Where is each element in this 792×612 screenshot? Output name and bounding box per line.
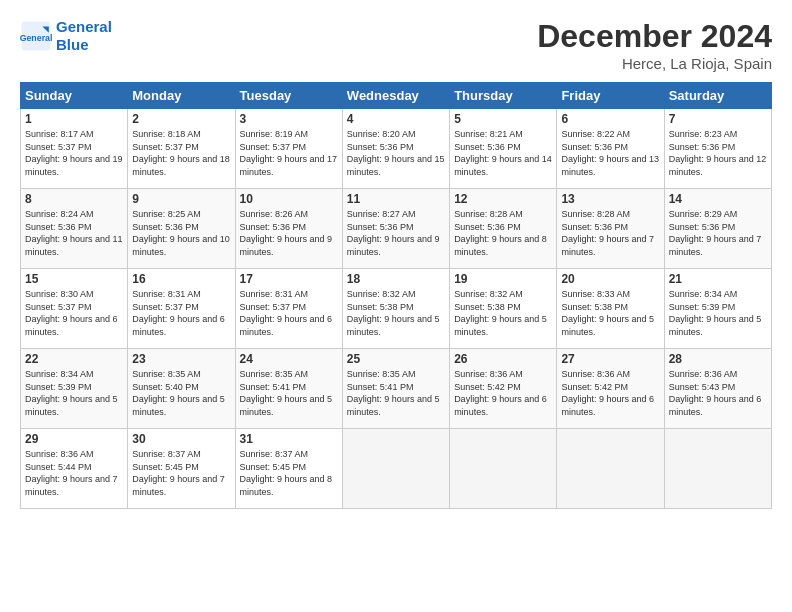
cell-content: Sunrise: 8:29 AMSunset: 5:36 PMDaylight:… [669, 209, 762, 257]
cell-content: Sunrise: 8:31 AMSunset: 5:37 PMDaylight:… [132, 289, 225, 337]
cell-content: Sunrise: 8:26 AMSunset: 5:36 PMDaylight:… [240, 209, 333, 257]
table-row: 26 Sunrise: 8:36 AMSunset: 5:42 PMDaylig… [450, 349, 557, 429]
table-row [342, 429, 449, 509]
table-row: 20 Sunrise: 8:33 AMSunset: 5:38 PMDaylig… [557, 269, 664, 349]
day-number: 23 [132, 352, 230, 366]
day-number: 21 [669, 272, 767, 286]
table-row: 21 Sunrise: 8:34 AMSunset: 5:39 PMDaylig… [664, 269, 771, 349]
day-number: 26 [454, 352, 552, 366]
table-row: 30 Sunrise: 8:37 AMSunset: 5:45 PMDaylig… [128, 429, 235, 509]
cell-content: Sunrise: 8:35 AMSunset: 5:41 PMDaylight:… [240, 369, 333, 417]
cell-content: Sunrise: 8:30 AMSunset: 5:37 PMDaylight:… [25, 289, 118, 337]
cell-content: Sunrise: 8:32 AMSunset: 5:38 PMDaylight:… [454, 289, 547, 337]
day-number: 5 [454, 112, 552, 126]
logo-icon: General [20, 20, 52, 52]
table-row: 19 Sunrise: 8:32 AMSunset: 5:38 PMDaylig… [450, 269, 557, 349]
logo: General General Blue [20, 18, 112, 54]
day-number: 20 [561, 272, 659, 286]
table-row: 6 Sunrise: 8:22 AMSunset: 5:36 PMDayligh… [557, 109, 664, 189]
day-number: 25 [347, 352, 445, 366]
table-row: 22 Sunrise: 8:34 AMSunset: 5:39 PMDaylig… [21, 349, 128, 429]
day-number: 29 [25, 432, 123, 446]
calendar-table: Sunday Monday Tuesday Wednesday Thursday… [20, 82, 772, 509]
table-row: 28 Sunrise: 8:36 AMSunset: 5:43 PMDaylig… [664, 349, 771, 429]
day-number: 9 [132, 192, 230, 206]
day-number: 24 [240, 352, 338, 366]
table-row [664, 429, 771, 509]
cell-content: Sunrise: 8:33 AMSunset: 5:38 PMDaylight:… [561, 289, 654, 337]
cell-content: Sunrise: 8:20 AMSunset: 5:36 PMDaylight:… [347, 129, 445, 177]
col-thursday: Thursday [450, 83, 557, 109]
logo-blue: Blue [56, 36, 112, 54]
cell-content: Sunrise: 8:24 AMSunset: 5:36 PMDaylight:… [25, 209, 123, 257]
cell-content: Sunrise: 8:36 AMSunset: 5:42 PMDaylight:… [454, 369, 547, 417]
cell-content: Sunrise: 8:37 AMSunset: 5:45 PMDaylight:… [240, 449, 333, 497]
table-row: 13 Sunrise: 8:28 AMSunset: 5:36 PMDaylig… [557, 189, 664, 269]
table-row: 29 Sunrise: 8:36 AMSunset: 5:44 PMDaylig… [21, 429, 128, 509]
cell-content: Sunrise: 8:37 AMSunset: 5:45 PMDaylight:… [132, 449, 225, 497]
cell-content: Sunrise: 8:28 AMSunset: 5:36 PMDaylight:… [561, 209, 654, 257]
day-number: 10 [240, 192, 338, 206]
table-row: 2 Sunrise: 8:18 AMSunset: 5:37 PMDayligh… [128, 109, 235, 189]
table-row: 27 Sunrise: 8:36 AMSunset: 5:42 PMDaylig… [557, 349, 664, 429]
cell-content: Sunrise: 8:23 AMSunset: 5:36 PMDaylight:… [669, 129, 767, 177]
title-block: December 2024 Herce, La Rioja, Spain [537, 18, 772, 72]
month-title: December 2024 [537, 18, 772, 55]
table-row: 12 Sunrise: 8:28 AMSunset: 5:36 PMDaylig… [450, 189, 557, 269]
col-wednesday: Wednesday [342, 83, 449, 109]
table-row: 15 Sunrise: 8:30 AMSunset: 5:37 PMDaylig… [21, 269, 128, 349]
day-number: 1 [25, 112, 123, 126]
cell-content: Sunrise: 8:17 AMSunset: 5:37 PMDaylight:… [25, 129, 123, 177]
cell-content: Sunrise: 8:21 AMSunset: 5:36 PMDaylight:… [454, 129, 552, 177]
table-row: 7 Sunrise: 8:23 AMSunset: 5:36 PMDayligh… [664, 109, 771, 189]
table-row [450, 429, 557, 509]
cell-content: Sunrise: 8:25 AMSunset: 5:36 PMDaylight:… [132, 209, 230, 257]
cell-content: Sunrise: 8:19 AMSunset: 5:37 PMDaylight:… [240, 129, 338, 177]
table-row: 25 Sunrise: 8:35 AMSunset: 5:41 PMDaylig… [342, 349, 449, 429]
day-number: 13 [561, 192, 659, 206]
day-number: 30 [132, 432, 230, 446]
table-row: 24 Sunrise: 8:35 AMSunset: 5:41 PMDaylig… [235, 349, 342, 429]
table-row: 10 Sunrise: 8:26 AMSunset: 5:36 PMDaylig… [235, 189, 342, 269]
cell-content: Sunrise: 8:18 AMSunset: 5:37 PMDaylight:… [132, 129, 230, 177]
day-number: 22 [25, 352, 123, 366]
day-number: 19 [454, 272, 552, 286]
header: General General Blue December 2024 Herce… [20, 18, 772, 72]
cell-content: Sunrise: 8:28 AMSunset: 5:36 PMDaylight:… [454, 209, 547, 257]
cell-content: Sunrise: 8:36 AMSunset: 5:44 PMDaylight:… [25, 449, 118, 497]
col-sunday: Sunday [21, 83, 128, 109]
table-row: 3 Sunrise: 8:19 AMSunset: 5:37 PMDayligh… [235, 109, 342, 189]
day-number: 28 [669, 352, 767, 366]
cell-content: Sunrise: 8:32 AMSunset: 5:38 PMDaylight:… [347, 289, 440, 337]
day-number: 18 [347, 272, 445, 286]
day-number: 4 [347, 112, 445, 126]
cell-content: Sunrise: 8:31 AMSunset: 5:37 PMDaylight:… [240, 289, 333, 337]
day-number: 16 [132, 272, 230, 286]
table-row: 18 Sunrise: 8:32 AMSunset: 5:38 PMDaylig… [342, 269, 449, 349]
location: Herce, La Rioja, Spain [537, 55, 772, 72]
day-number: 7 [669, 112, 767, 126]
col-tuesday: Tuesday [235, 83, 342, 109]
table-row: 4 Sunrise: 8:20 AMSunset: 5:36 PMDayligh… [342, 109, 449, 189]
col-saturday: Saturday [664, 83, 771, 109]
day-number: 3 [240, 112, 338, 126]
table-row: 8 Sunrise: 8:24 AMSunset: 5:36 PMDayligh… [21, 189, 128, 269]
cell-content: Sunrise: 8:22 AMSunset: 5:36 PMDaylight:… [561, 129, 659, 177]
cell-content: Sunrise: 8:35 AMSunset: 5:40 PMDaylight:… [132, 369, 225, 417]
cell-content: Sunrise: 8:36 AMSunset: 5:43 PMDaylight:… [669, 369, 762, 417]
table-row: 1 Sunrise: 8:17 AMSunset: 5:37 PMDayligh… [21, 109, 128, 189]
cell-content: Sunrise: 8:35 AMSunset: 5:41 PMDaylight:… [347, 369, 440, 417]
table-row: 5 Sunrise: 8:21 AMSunset: 5:36 PMDayligh… [450, 109, 557, 189]
cell-content: Sunrise: 8:34 AMSunset: 5:39 PMDaylight:… [25, 369, 118, 417]
day-number: 27 [561, 352, 659, 366]
day-number: 14 [669, 192, 767, 206]
table-row: 14 Sunrise: 8:29 AMSunset: 5:36 PMDaylig… [664, 189, 771, 269]
cell-content: Sunrise: 8:36 AMSunset: 5:42 PMDaylight:… [561, 369, 654, 417]
table-row [557, 429, 664, 509]
svg-text:General: General [20, 33, 52, 43]
col-friday: Friday [557, 83, 664, 109]
day-number: 11 [347, 192, 445, 206]
day-number: 17 [240, 272, 338, 286]
day-number: 2 [132, 112, 230, 126]
day-number: 12 [454, 192, 552, 206]
